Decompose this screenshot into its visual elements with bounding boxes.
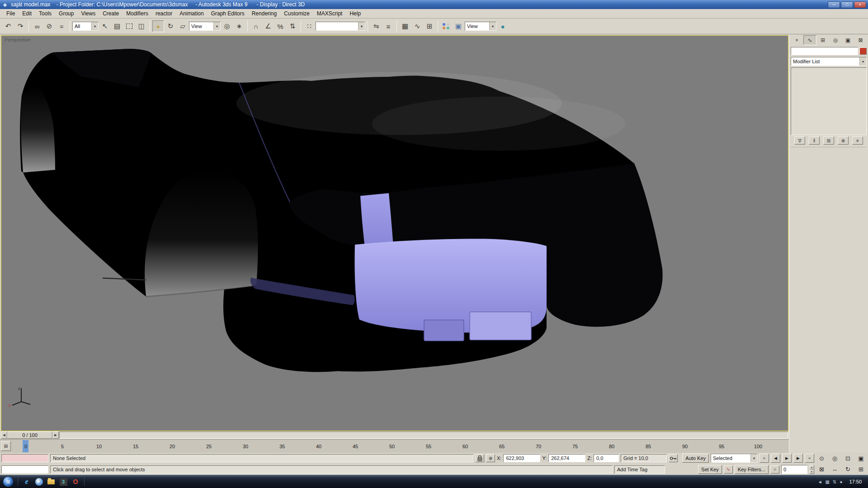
menu-file[interactable]: File [3, 9, 19, 18]
modifier-stack[interactable] [791, 67, 867, 135]
tab-motion[interactable]: ◎ [829, 35, 841, 45]
chevron-down-icon[interactable]: ▼ [859, 57, 866, 66]
named-selection-dropdown[interactable]: ▼ [316, 22, 365, 31]
time-slider-track[interactable] [59, 432, 788, 439]
tab-create[interactable]: + [791, 35, 803, 45]
menu-help[interactable]: Help [346, 9, 364, 18]
menu-modifiers[interactable]: Modifiers [123, 9, 152, 18]
use-pivot-center-button[interactable]: ◎ [221, 20, 233, 32]
reference-coordinate-dropdown[interactable]: View ▼ [189, 22, 221, 31]
title-bar[interactable]: ◆ saját model.max - Project Folder: C:\U… [0, 0, 868, 9]
select-rotate-button[interactable]: ↻ [165, 20, 176, 32]
frame-number-field[interactable]: 0 [781, 465, 807, 474]
angle-snap-button[interactable]: ∠ [262, 20, 274, 32]
minimize-button[interactable]: ─ [828, 1, 840, 8]
play-button[interactable]: ▶ [782, 454, 792, 463]
schematic-view-button[interactable]: ⊞ [424, 20, 435, 32]
menu-edit[interactable]: Edit [19, 9, 35, 18]
redo-button[interactable]: ↷ [14, 20, 26, 32]
key-filters-button[interactable]: Key Filters... [735, 465, 769, 474]
close-button[interactable]: × [854, 1, 866, 8]
new-key-tangent-button[interactable]: ∿ [724, 465, 733, 474]
3dsmax-taskbar-icon[interactable]: 3 [59, 477, 68, 486]
maxscript-mini-listener-script[interactable] [1, 465, 48, 474]
opera-icon[interactable]: O [71, 477, 80, 486]
mirror-button[interactable]: ⇋ [370, 20, 382, 32]
pan-button[interactable]: ↔ [829, 465, 840, 474]
go-to-end-button[interactable]: » [805, 454, 814, 463]
modifier-list-dropdown[interactable]: Modifier List ▼ [791, 57, 867, 66]
taskbar-clock[interactable]: 17:50 [849, 479, 862, 484]
curve-editor-button[interactable]: ∿ [411, 20, 423, 32]
selection-region-button[interactable] [123, 20, 135, 32]
render-type-dropdown[interactable]: View ▼ [465, 22, 496, 31]
viewport-label[interactable]: Perspective [5, 37, 30, 42]
menu-animation[interactable]: Animation [176, 9, 207, 18]
named-selection-sets-button[interactable]: ∷ [303, 20, 315, 32]
arc-rotate-button[interactable]: ↻ [842, 465, 854, 474]
car-model[interactable] [1, 36, 788, 431]
selection-filter-dropdown[interactable]: All ▼ [72, 22, 99, 31]
tray-icon-3[interactable]: ⇅ [833, 479, 836, 484]
menu-views[interactable]: Views [77, 9, 99, 18]
zoom-extents-button[interactable]: ⊡ [842, 454, 854, 463]
chevron-down-icon[interactable]: ▼ [91, 22, 98, 30]
add-time-tag-field[interactable]: Add Time Tag [614, 465, 665, 474]
menu-group[interactable]: Group [55, 9, 77, 18]
object-color-swatch[interactable] [859, 47, 867, 55]
menu-tools[interactable]: Tools [35, 9, 55, 18]
zoom-region-button[interactable]: ⊠ [816, 465, 827, 474]
coord-z-field[interactable]: 0,0 [594, 454, 619, 462]
quick-render-button[interactable]: ● [497, 20, 509, 32]
chevron-down-icon[interactable]: ▼ [489, 22, 496, 30]
coord-y-field[interactable]: 262,674 [548, 454, 585, 462]
coord-x-field[interactable]: 622,903 [503, 454, 540, 462]
menu-rendering[interactable]: Rendering [248, 9, 280, 18]
remove-modifier-button[interactable]: ⊗ [838, 136, 849, 145]
maxscript-mini-listener-macro[interactable] [1, 454, 48, 462]
chevron-down-icon[interactable]: ▼ [213, 22, 220, 30]
layer-manager-button[interactable]: ▦ [399, 20, 411, 32]
tray-icon-2[interactable]: ▦ [826, 479, 830, 484]
select-link-button[interactable]: ∞ [31, 20, 43, 32]
material-editor-button[interactable] [440, 20, 452, 32]
media-player-icon[interactable]: ▶ [34, 477, 43, 486]
start-button[interactable]: ⊞ [3, 476, 14, 487]
select-manipulate-button[interactable]: ∗ [233, 20, 245, 32]
next-frame-button[interactable]: ▶ [793, 454, 803, 463]
lock-selection-button[interactable] [475, 454, 484, 462]
mini-curve-editor-button[interactable]: ⊞ [1, 441, 11, 451]
tab-hierarchy[interactable]: ⊞ [817, 35, 829, 45]
unlink-selection-button[interactable]: ⊘ [43, 20, 55, 32]
make-unique-button[interactable]: ⊞ [823, 136, 834, 145]
set-key-button[interactable]: Set Key [698, 465, 722, 474]
spinner-up-icon[interactable]: ▲ [809, 465, 814, 469]
key-scope-dropdown[interactable]: Selected ▼ [711, 454, 758, 463]
tab-display[interactable]: ▣ [842, 35, 854, 45]
menu-graph-editors[interactable]: Graph Editors [208, 9, 248, 18]
time-slider[interactable]: ◀ 0 / 100 ▶ [0, 431, 789, 439]
object-name-field[interactable] [791, 47, 858, 55]
track-bar[interactable]: ⊞ 0 5 10 15 20 25 30 35 40 45 50 55 60 6… [0, 439, 789, 453]
render-scene-button[interactable]: ▣ [453, 20, 464, 32]
window-crossing-button[interactable]: ◫ [136, 20, 147, 32]
snap-toggle-button[interactable]: ∩ [250, 20, 262, 32]
align-button[interactable]: ≡ [382, 20, 394, 32]
time-slider-handle[interactable]: 0 / 100 [7, 432, 52, 439]
menu-maxscript[interactable]: MAXScript [313, 9, 346, 18]
internet-explorer-icon[interactable]: e [22, 477, 31, 486]
spinner-down-icon[interactable]: ▼ [809, 469, 814, 474]
tab-modify[interactable]: ∿ [803, 35, 816, 45]
next-frame-arrow[interactable]: ▶ [52, 432, 59, 439]
auto-key-button[interactable]: Auto Key [682, 454, 709, 463]
select-by-name-button[interactable]: ▤ [111, 20, 123, 32]
percent-snap-button[interactable]: % [274, 20, 286, 32]
chevron-down-icon[interactable]: ▼ [358, 22, 365, 30]
menu-reactor[interactable]: reactor [152, 9, 176, 18]
previous-frame-button[interactable]: ◀ [771, 454, 780, 463]
keyboard-override-button[interactable] [669, 454, 678, 462]
pin-stack-button[interactable]: ∇ [794, 136, 805, 145]
go-to-start-button[interactable]: « [760, 454, 769, 463]
zoom-all-button[interactable]: ◎ [829, 454, 840, 463]
select-object-button[interactable]: ↖ [99, 20, 111, 32]
